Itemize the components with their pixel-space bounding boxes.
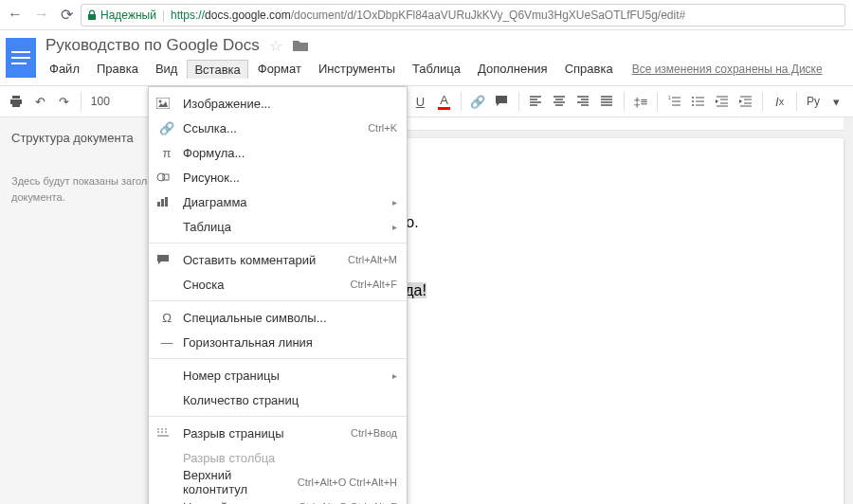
numbered-list-icon[interactable]: 1 [663, 89, 685, 114]
menu-help[interactable]: Справка [557, 59, 621, 79]
reload-button[interactable]: ⟳ [61, 6, 73, 24]
menu-item-label: Таблица [177, 220, 392, 234]
svg-point-5 [159, 100, 162, 103]
menu-item-label: Горизонтальная линия [177, 335, 397, 350]
pi-icon: π [156, 146, 177, 160]
insert-menu-item[interactable]: Таблица▸ [149, 214, 407, 239]
comment-icon [156, 254, 177, 265]
shortcut-label: Ctrl+Ввод [351, 427, 397, 439]
bulleted-list-icon[interactable] [687, 89, 709, 114]
menu-item-label: Сноска [177, 278, 350, 292]
redo-icon[interactable]: ↷ [53, 89, 75, 114]
break-icon [156, 427, 177, 439]
menu-view[interactable]: Вид [148, 59, 186, 79]
menu-table[interactable]: Таблица [405, 59, 468, 79]
svg-text:1: 1 [668, 96, 671, 100]
menu-item-label: Номер страницы [177, 369, 392, 383]
folder-icon[interactable] [292, 39, 309, 52]
svg-point-2 [692, 100, 694, 102]
menu-item-label: Количество страниц [177, 393, 397, 407]
menu-item-label: Верхний колонтитул [177, 468, 298, 496]
insert-menu-item[interactable]: Диаграмма▸ [149, 189, 407, 214]
text-color-icon[interactable]: A [433, 89, 455, 114]
menu-file[interactable]: Файл [42, 59, 87, 79]
svg-rect-10 [165, 197, 168, 207]
svg-point-1 [692, 97, 694, 99]
toolbar: ↶ ↷ 100 B I U A 🔗 ‡≡ 1 Ix Ру ▾ Изображен… [0, 85, 853, 117]
svg-rect-4 [156, 98, 170, 109]
save-status[interactable]: Все изменения сохранены на Диске [632, 63, 823, 76]
chart-icon [156, 196, 177, 207]
shortcut-label: Ctrl+Alt+M [348, 254, 397, 265]
submenu-arrow-icon: ▸ [392, 370, 397, 381]
underline-icon[interactable]: U [409, 89, 431, 114]
menu-item-label: Изображение... [177, 97, 397, 111]
insert-dropdown: Изображение...🔗Ссылка...Ctrl+KπФормула..… [148, 86, 408, 504]
menu-item-label: Формула... [177, 146, 397, 160]
menu-item-label: Нижний колонтитул [177, 500, 299, 505]
submenu-arrow-icon: ▸ [392, 197, 397, 207]
link-icon[interactable]: 🔗 [467, 89, 489, 114]
shortcut-label: Ctrl+Alt+O Ctrl+Alt+H [298, 477, 397, 488]
insert-menu-item[interactable]: Изображение... [149, 91, 407, 116]
address-bar[interactable]: Надежный | https://docs.google.com/docum… [81, 4, 845, 27]
insert-menu-item[interactable]: ΩСпециальные символы... [149, 305, 407, 330]
clear-formatting-icon[interactable]: Ix [769, 89, 790, 114]
link-icon: 🔗 [156, 121, 177, 135]
hr-icon: — [156, 335, 177, 350]
align-center-icon[interactable] [549, 89, 571, 114]
doc-title[interactable]: Руководство по Google Docs [45, 36, 260, 55]
chevron-down-icon[interactable]: ▾ [826, 89, 847, 114]
insert-menu-item[interactable]: Номер страницы▸ [149, 363, 407, 387]
indent-decrease-icon[interactable] [711, 89, 733, 114]
menu-format[interactable]: Формат [250, 59, 309, 79]
insert-menu-item[interactable]: Верхний колонтитулCtrl+Alt+O Ctrl+Alt+H [149, 470, 407, 495]
image-icon [156, 98, 177, 109]
menu-item-label: Ссылка... [177, 121, 368, 135]
url-text: https://docs.google.com/document/d/1OxDb… [171, 9, 685, 22]
shortcut-label: Ctrl+Alt+F [350, 279, 397, 290]
insert-menu-item[interactable]: —Горизонтальная линия [149, 330, 407, 354]
insert-menu-item[interactable]: СноскаCtrl+Alt+F [149, 272, 407, 297]
omega-icon: Ω [156, 311, 177, 325]
menu-item-label: Специальные символы... [177, 311, 397, 325]
docs-logo[interactable] [0, 30, 42, 85]
input-tools[interactable]: Ру [803, 95, 824, 108]
svg-rect-9 [161, 199, 164, 207]
menu-item-label: Рисунок... [177, 171, 397, 185]
align-right-icon[interactable] [572, 89, 594, 114]
insert-menu-item[interactable]: Количество страниц [149, 387, 407, 412]
menu-item-label: Разрыв страницы [177, 426, 351, 441]
star-icon[interactable]: ☆ [269, 37, 282, 55]
align-justify-icon[interactable] [596, 89, 618, 114]
comment-icon[interactable] [491, 89, 513, 114]
insert-menu-item[interactable]: Разрыв страницыCtrl+Ввод [149, 421, 407, 445]
svg-rect-8 [157, 202, 160, 207]
browser-chrome: ← → ⟳ Надежный | https://docs.google.com… [0, 0, 853, 30]
print-icon[interactable] [6, 89, 27, 114]
insert-menu-item[interactable]: 🔗Ссылка...Ctrl+K [149, 116, 407, 140]
menu-addons[interactable]: Дополнения [470, 59, 555, 79]
insert-menu-item[interactable]: Рисунок... [149, 165, 407, 189]
shortcut-label: Ctrl+K [368, 122, 397, 134]
insert-menu-item[interactable]: πФормула... [149, 140, 407, 165]
menu-bar: Файл Правка Вид Вставка Формат Инструмен… [42, 55, 853, 84]
menu-item-label: Диаграмма [177, 195, 392, 209]
line-spacing-icon[interactable]: ‡≡ [629, 89, 651, 114]
undo-icon[interactable]: ↶ [29, 89, 51, 114]
submenu-arrow-icon: ▸ [392, 222, 397, 232]
secure-indicator: Надежный [87, 9, 156, 22]
menu-tools[interactable]: Инструменты [311, 59, 403, 79]
menu-insert[interactable]: Вставка [187, 60, 247, 79]
forward-button[interactable]: → [34, 6, 49, 24]
svg-point-3 [692, 104, 694, 106]
indent-increase-icon[interactable] [735, 89, 756, 114]
menu-edit[interactable]: Правка [89, 59, 146, 79]
zoom-level[interactable]: 100 [87, 95, 114, 108]
menu-item-label: Разрыв столбца [177, 451, 397, 465]
back-button[interactable]: ← [8, 6, 23, 24]
align-left-icon[interactable] [525, 89, 547, 114]
menu-item-label: Оставить комментарий [177, 253, 348, 267]
insert-menu-item[interactable]: Оставить комментарийCtrl+Alt+M [149, 247, 407, 272]
insert-menu-item: Разрыв столбца [149, 445, 407, 470]
